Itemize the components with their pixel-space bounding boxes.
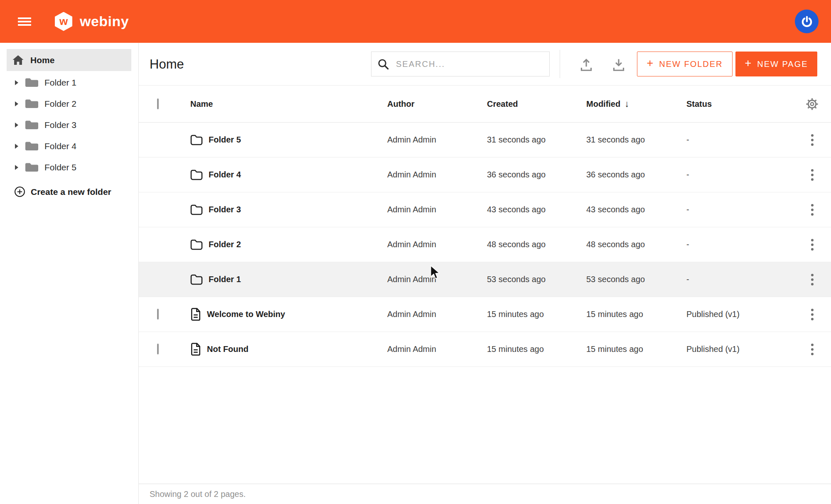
row-modified: 31 seconds ago — [586, 135, 686, 145]
hamburger-menu-icon[interactable] — [18, 17, 31, 26]
sidebar-item-folder-4[interactable]: Folder 4 — [0, 135, 138, 157]
sidebar-item-folder-3[interactable]: Folder 3 — [0, 114, 138, 135]
table-row[interactable]: Folder 5 Admin Admin 31 seconds ago 31 s… — [139, 123, 831, 157]
sidebar-folder-label: Folder 3 — [44, 120, 76, 130]
row-name: Folder 1 — [209, 275, 241, 284]
caret-right-icon[interactable] — [15, 165, 18, 170]
caret-right-icon[interactable] — [15, 123, 18, 128]
table-header: Name Author Created Modified ↓ Status — [139, 86, 831, 123]
logo-letter: w — [59, 16, 68, 27]
table-row[interactable]: Not Found Admin Admin 15 minutes ago 15 … — [139, 332, 831, 367]
sidebar-item-folder-1[interactable]: Folder 1 — [0, 72, 138, 93]
caret-right-icon[interactable] — [15, 80, 18, 85]
sidebar-folder-label: Folder 4 — [44, 141, 76, 151]
row-modified: 48 seconds ago — [586, 240, 686, 249]
search-input[interactable] — [395, 59, 534, 69]
row-created: 53 seconds ago — [487, 275, 586, 284]
row-name: Folder 3 — [209, 205, 241, 214]
search-icon — [377, 58, 389, 70]
gear-icon[interactable] — [805, 97, 819, 111]
table-row[interactable]: Folder 2 Admin Admin 48 seconds ago 48 s… — [139, 227, 831, 262]
sidebar-folder-list: Folder 1 Folder 2 Folder 3 — [0, 72, 138, 178]
sidebar-folder-label: Folder 5 — [44, 162, 76, 172]
kebab-menu-icon[interactable] — [809, 306, 816, 323]
page-title: Home — [150, 57, 184, 72]
table-row[interactable]: Folder 1 Admin Admin 53 seconds ago 53 s… — [139, 262, 831, 297]
row-author: Admin Admin — [387, 240, 487, 249]
folder-icon — [25, 98, 39, 109]
sidebar-item-home[interactable]: Home — [7, 49, 131, 71]
row-created: 15 minutes ago — [487, 344, 586, 354]
table-row[interactable]: Folder 4 Admin Admin 36 seconds ago 36 s… — [139, 157, 831, 192]
select-all-checkbox[interactable] — [157, 98, 159, 109]
plus-icon: + — [745, 57, 752, 70]
row-author: Admin Admin — [387, 205, 487, 214]
row-name: Welcome to Webiny — [207, 310, 285, 319]
header-divider — [560, 50, 560, 78]
page-list-content: Home — [139, 43, 831, 504]
folder-icon — [190, 170, 203, 180]
power-avatar-icon — [800, 15, 814, 28]
row-status: - — [686, 240, 793, 249]
kebab-menu-icon[interactable] — [809, 202, 816, 218]
results-summary-text: Showing 2 out of 2 pages. — [150, 489, 246, 499]
webiny-logo: w webiny — [55, 12, 129, 31]
table-row[interactable]: Welcome to Webiny Admin Admin 15 minutes… — [139, 297, 831, 332]
table-row[interactable]: Folder 3 Admin Admin 43 seconds ago 43 s… — [139, 192, 831, 227]
new-page-label: NEW PAGE — [757, 59, 808, 69]
page-icon — [190, 308, 201, 321]
new-folder-button[interactable]: + NEW FOLDER — [637, 52, 733, 76]
new-page-button[interactable]: + NEW PAGE — [735, 52, 817, 76]
caret-right-icon[interactable] — [15, 144, 18, 149]
column-header-status: Status — [686, 99, 793, 109]
row-created: 31 seconds ago — [487, 135, 586, 145]
row-author: Admin Admin — [387, 170, 487, 179]
column-header-author: Author — [387, 99, 487, 109]
sidebar-folder-label: Folder 1 — [44, 78, 76, 88]
folder-icon — [25, 162, 39, 173]
folder-icon — [25, 120, 39, 130]
column-header-name: Name — [190, 99, 387, 109]
sidebar-folder-label: Folder 2 — [44, 99, 76, 109]
row-created: 48 seconds ago — [487, 240, 586, 249]
results-summary: Showing 2 out of 2 pages. — [139, 484, 831, 504]
row-author: Admin Admin — [387, 344, 487, 354]
home-icon — [12, 55, 24, 65]
circle-plus-icon — [14, 186, 25, 197]
row-checkbox[interactable] — [157, 309, 159, 320]
top-app-bar: w webiny — [0, 0, 831, 43]
row-checkbox[interactable] — [157, 344, 159, 354]
folder-icon — [190, 239, 203, 250]
import-upload-button[interactable] — [578, 56, 595, 73]
row-author: Admin Admin — [387, 275, 487, 284]
row-created: 36 seconds ago — [487, 170, 586, 179]
kebab-menu-icon[interactable] — [809, 167, 816, 183]
folder-tree-sidebar: Home Folder 1 Folder 2 — [0, 43, 139, 504]
export-download-button[interactable] — [610, 56, 627, 73]
row-author: Admin Admin — [387, 310, 487, 319]
column-header-modified[interactable]: Modified ↓ — [586, 98, 686, 109]
row-name: Folder 5 — [209, 135, 241, 145]
kebab-menu-icon[interactable] — [809, 271, 816, 288]
row-modified: 36 seconds ago — [586, 170, 686, 179]
row-modified: 53 seconds ago — [586, 275, 686, 284]
row-created: 43 seconds ago — [487, 205, 586, 214]
row-status: - — [686, 135, 793, 145]
column-header-created: Created — [487, 99, 586, 109]
download-icon — [610, 56, 627, 73]
kebab-menu-icon[interactable] — [809, 132, 816, 148]
sort-down-arrow: ↓ — [624, 98, 629, 109]
sidebar-home-label: Home — [30, 55, 54, 65]
sidebar-item-folder-2[interactable]: Folder 2 — [0, 93, 138, 114]
user-avatar[interactable] — [795, 10, 819, 33]
kebab-menu-icon[interactable] — [809, 236, 816, 253]
caret-right-icon[interactable] — [15, 101, 18, 106]
kebab-menu-icon[interactable] — [809, 341, 816, 358]
create-new-folder-button[interactable]: Create a new folder — [0, 186, 138, 197]
row-modified: 43 seconds ago — [586, 205, 686, 214]
row-modified: 15 minutes ago — [586, 310, 686, 319]
sidebar-item-folder-5[interactable]: Folder 5 — [0, 157, 138, 178]
folder-icon — [190, 274, 203, 285]
new-folder-label: NEW FOLDER — [659, 59, 723, 69]
folder-icon — [190, 135, 203, 145]
